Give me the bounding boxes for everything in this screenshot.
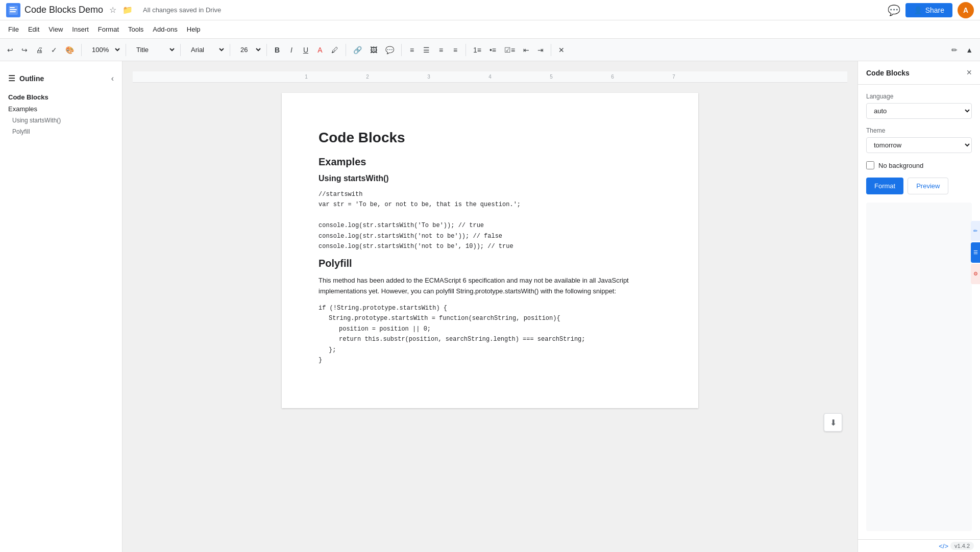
- sidebar-item-code-blocks[interactable]: Code Blocks: [0, 91, 122, 103]
- svg-rect-1: [10, 7, 15, 8]
- panel-title: Code Blocks: [866, 69, 966, 77]
- theme-select[interactable]: tomorrow default dark monokai github: [866, 137, 972, 153]
- right-edge-tabs: ✏ ☰ ⚙: [971, 221, 980, 284]
- document-area[interactable]: 1 2 3 4 5 6 7 Code Blocks Examples Using…: [122, 61, 857, 552]
- highlight-button[interactable]: 🖊: [328, 44, 341, 56]
- code-line-2: var str = 'To be, or not to be, that is …: [318, 199, 662, 210]
- menu-tools[interactable]: Tools: [124, 23, 148, 35]
- ruler-numbers: 1 2 3 4 5 6 7: [133, 74, 847, 80]
- bold-button[interactable]: B: [271, 44, 283, 56]
- paint-format-button[interactable]: 🎨: [62, 44, 77, 56]
- svg-rect-2: [10, 9, 17, 10]
- outline-icon: ☰: [8, 73, 15, 83]
- undo-button[interactable]: ↩: [4, 44, 16, 56]
- code-line-6: console.log(str.startsWith('not to be', …: [318, 241, 662, 252]
- toolbar-separator-3: [180, 44, 181, 56]
- increase-indent-button[interactable]: ⇥: [534, 44, 547, 56]
- folder-button[interactable]: 📁: [120, 4, 135, 16]
- star-button[interactable]: ☆: [107, 4, 118, 16]
- checklist-button[interactable]: ☑≡: [501, 44, 518, 56]
- style-select[interactable]: Title Normal text Heading 1 Heading 2: [130, 43, 176, 56]
- app-icon: [6, 3, 20, 17]
- toolbar-separator-9: [551, 44, 551, 56]
- edit-mode-button[interactable]: ✏: [948, 44, 961, 56]
- comment-inline-button[interactable]: 💬: [382, 44, 397, 56]
- sidebar-item-polyfill[interactable]: Polyfill: [0, 126, 122, 137]
- menu-insert[interactable]: Insert: [68, 23, 93, 35]
- panel-body: Language auto javascript python html css…: [858, 85, 980, 203]
- code-line-5: console.log(str.startsWith('not to be'))…: [318, 231, 662, 241]
- align-center-button[interactable]: ☰: [420, 44, 433, 56]
- comments-button[interactable]: 💬: [888, 4, 900, 16]
- panel-close-button[interactable]: ×: [966, 67, 972, 78]
- redo-button[interactable]: ↪: [18, 44, 31, 56]
- language-section: Language auto javascript python html css: [866, 93, 972, 119]
- language-select[interactable]: auto javascript python html css: [866, 103, 972, 119]
- clear-format-button[interactable]: ✕: [555, 44, 568, 56]
- decrease-indent-button[interactable]: ⇤: [520, 44, 532, 56]
- sidebar-item-startswith[interactable]: Using startsWith(): [0, 115, 122, 126]
- image-button[interactable]: 🖼: [367, 44, 380, 56]
- menu-file[interactable]: File: [4, 23, 23, 35]
- document-title: Code Blocks Demo: [24, 5, 103, 15]
- language-label: Language: [866, 93, 972, 100]
- ordered-list-button[interactable]: 1≡: [470, 44, 484, 56]
- share-button[interactable]: 👤 Share: [905, 3, 952, 17]
- preview-button[interactable]: Preview: [908, 178, 948, 194]
- title-actions: ☆ 📁: [107, 4, 135, 16]
- menu-help[interactable]: Help: [183, 23, 205, 35]
- edge-tab-2[interactable]: ☰: [971, 242, 980, 263]
- zoom-select[interactable]: 100% 75% 125%: [86, 43, 121, 56]
- toolbar-separator-7: [401, 44, 402, 56]
- edge-tab-3[interactable]: ⚙: [971, 264, 980, 284]
- sidebar-collapse-button[interactable]: ‹: [111, 74, 114, 83]
- code-line-3: [318, 210, 662, 220]
- menu-edit[interactable]: Edit: [24, 23, 43, 35]
- theme-section: Theme tomorrow default dark monokai gith…: [866, 127, 972, 153]
- code-polyfill-3: position = position || 0;: [318, 324, 662, 334]
- code-line-1: //startswith: [318, 189, 662, 199]
- doc-polyfill-description: This method has been added to the ECMASc…: [318, 275, 662, 297]
- font-select[interactable]: Arial Times New Roman Courier New: [185, 43, 226, 56]
- align-right-button[interactable]: ≡: [435, 44, 447, 56]
- sidebar-title: Outline: [19, 74, 44, 83]
- justify-button[interactable]: ≡: [449, 44, 461, 56]
- toolbar-separator-4: [230, 44, 230, 56]
- format-button[interactable]: Format: [866, 178, 903, 194]
- document-page: Code Blocks Examples Using startsWith() …: [282, 93, 698, 408]
- right-panel: Code Blocks × Language auto javascript p…: [857, 61, 980, 552]
- code-line-4: console.log(str.startsWith('To be')); //…: [318, 220, 662, 231]
- code-polyfill-4: return this.substr(position, searchStrin…: [318, 334, 662, 344]
- ruler: 1 2 3 4 5 6 7: [133, 71, 847, 83]
- no-background-checkbox[interactable]: [866, 161, 874, 169]
- main-area: ☰ Outline ‹ Code Blocks Examples Using s…: [0, 61, 980, 552]
- save-status: All changes saved in Drive: [143, 6, 221, 14]
- menu-view[interactable]: View: [44, 23, 67, 35]
- panel-buttons: Format Preview: [866, 178, 972, 194]
- doc-heading-startswith: Using startsWith(): [318, 174, 662, 183]
- download-button[interactable]: ⬇: [824, 413, 842, 432]
- edge-tab-1[interactable]: ✏: [971, 221, 980, 241]
- doc-heading-1: Code Blocks: [318, 130, 662, 146]
- menu-addons[interactable]: Add-ons: [149, 23, 181, 35]
- menu-format[interactable]: Format: [94, 23, 123, 35]
- share-icon: 👤: [914, 6, 922, 14]
- avatar[interactable]: A: [958, 2, 974, 18]
- align-left-button[interactable]: ≡: [406, 44, 418, 56]
- collapse-toolbar-button[interactable]: ▲: [963, 44, 976, 56]
- sidebar-item-examples[interactable]: Examples: [0, 103, 122, 115]
- version-badge: v1.4.2: [950, 542, 974, 550]
- sidebar-header: ☰ Outline ‹: [0, 69, 122, 87]
- theme-label: Theme: [866, 127, 972, 134]
- italic-button[interactable]: I: [285, 44, 298, 56]
- no-background-label[interactable]: No background: [878, 162, 923, 169]
- unordered-list-button[interactable]: •≡: [486, 44, 499, 56]
- spellcheck-button[interactable]: ✓: [48, 44, 60, 56]
- code-block-startswith: //startswith var str = 'To be, or not to…: [318, 189, 662, 252]
- print-button[interactable]: 🖨: [33, 44, 46, 56]
- text-color-button[interactable]: A: [314, 44, 326, 56]
- panel-header: Code Blocks ×: [858, 61, 980, 85]
- underline-button[interactable]: U: [300, 44, 312, 56]
- font-size-select[interactable]: 26 12 14 18: [234, 43, 262, 56]
- link-button[interactable]: 🔗: [350, 44, 365, 56]
